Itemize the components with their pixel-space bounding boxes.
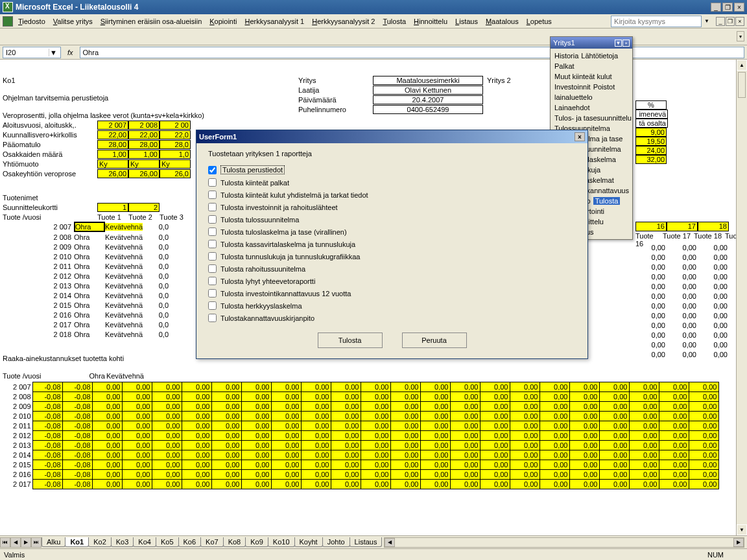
sheet-tab-ko10[interactable]: Ko10 xyxy=(268,537,295,547)
panel-link-palkat[interactable]: Palkat xyxy=(554,62,575,70)
cost-3-21: 0,00 xyxy=(659,412,689,421)
prod-year-9: 2 016 xyxy=(3,311,74,319)
minimize-button[interactable]: _ xyxy=(711,3,721,12)
workbook-icon[interactable] xyxy=(3,16,13,27)
panel-link-lähtötietoja[interactable]: Lähtötietoja xyxy=(581,52,618,60)
cost-10-17: 0,00 xyxy=(540,480,569,489)
formula-bar[interactable]: Ohra xyxy=(80,47,744,58)
cost-8-19: 0,00 xyxy=(599,460,629,470)
chk-8[interactable] xyxy=(208,264,217,273)
toolbar-overflow-icon[interactable]: ▾ xyxy=(737,31,744,41)
tab-nav-last[interactable]: ⏭ xyxy=(31,537,42,548)
menu-valitse-yritys[interactable]: Valitse yritys xyxy=(49,16,97,27)
hscroll-right-button[interactable]: ▶ xyxy=(733,538,744,547)
sheet-tab-listaus[interactable]: Listaus xyxy=(350,537,383,547)
prod-year-6: 2 013 xyxy=(3,282,74,290)
menu-tulosta[interactable]: Tulosta xyxy=(379,16,410,27)
panel-item-1[interactable]: Palkat xyxy=(553,61,630,71)
menu-tiedosto[interactable]: Tiedosto xyxy=(14,16,49,27)
sheet-tab-ko8[interactable]: Ko8 xyxy=(223,537,246,547)
chk-0[interactable] xyxy=(208,166,217,174)
panel-item-0[interactable]: HistoriaLähtötietoja xyxy=(553,51,630,61)
horizontal-scrollbar[interactable]: ◀ ▶ xyxy=(384,537,744,548)
chk-9[interactable] xyxy=(208,277,217,285)
chk-6[interactable] xyxy=(208,240,217,248)
mdi-minimize-button[interactable]: _ xyxy=(716,17,725,26)
panel-link-investoinnit[interactable]: Investoinnit xyxy=(554,83,591,91)
chk-3[interactable] xyxy=(208,203,217,211)
sheet-tab-ko7[interactable]: Ko7 xyxy=(200,537,224,547)
scroll-thumb[interactable] xyxy=(738,72,746,98)
peruuta-button[interactable]: Peruuta xyxy=(402,332,467,348)
menu-lopetus[interactable]: Lopetus xyxy=(523,16,556,27)
panel-item-4[interactable]: lainaluetteloLainaehdot xyxy=(553,92,630,113)
menu-listaus[interactable]: Listaus xyxy=(451,16,482,27)
cost-2-18: 0,00 xyxy=(569,402,599,412)
panel-item-3[interactable]: InvestoinnitPoistot xyxy=(553,82,630,92)
panel-link-tulosta[interactable]: Tulosta xyxy=(593,197,621,205)
sheet-tab-ko4[interactable]: Ko4 xyxy=(133,537,156,547)
scroll-down-button[interactable]: ▼ xyxy=(737,524,747,535)
vertical-scrollbar[interactable]: ▲ ▼ xyxy=(736,60,747,535)
sheet-tab-ko5[interactable]: Ko5 xyxy=(156,537,179,547)
menu-herkkysanalyysit-1[interactable]: Herkkysanalyysit 1 xyxy=(241,16,308,27)
cost-9-5: 0,00 xyxy=(182,470,211,480)
cost-5-18: 0,00 xyxy=(569,431,599,441)
tab-nav-first[interactable]: ⏮ xyxy=(0,537,10,548)
panel-titlebar[interactable]: Yritys1 ▼ × xyxy=(551,37,632,49)
panel-link-tulos--ja-tasesuunnittelu[interactable]: Tulos- ja tasesuunnittelu xyxy=(554,114,632,122)
cost-3-4: 0,00 xyxy=(152,412,182,421)
fx-icon[interactable]: fx xyxy=(67,49,73,56)
sheet-tab-koyht[interactable]: Koyht xyxy=(294,537,323,547)
restore-button[interactable]: ❐ xyxy=(722,3,733,12)
cost-7-16: 0,00 xyxy=(510,450,540,460)
scroll-up-button[interactable]: ▲ xyxy=(737,60,747,71)
sheet-tab-alku[interactable]: Alku xyxy=(42,537,65,547)
name-box-dropdown-icon[interactable]: ▼ xyxy=(49,49,58,56)
chk-2[interactable] xyxy=(208,191,217,199)
tab-nav-prev[interactable]: ◀ xyxy=(10,537,21,548)
cost-8-12: 0,00 xyxy=(390,460,420,470)
panel-link-muut-kiinteät-kulut[interactable]: Muut kiinteät kulut xyxy=(554,73,612,80)
chk-10[interactable] xyxy=(208,289,217,298)
panel-close-icon[interactable]: × xyxy=(622,40,630,47)
chk-12[interactable] xyxy=(208,314,217,322)
sheet-tab-ko6[interactable]: Ko6 xyxy=(178,537,202,547)
panel-link-historia[interactable]: Historia xyxy=(554,52,578,60)
mdi-close-button[interactable]: × xyxy=(735,17,744,26)
menu-maatalous[interactable]: Maatalous xyxy=(482,16,523,27)
mdi-restore-button[interactable]: ❐ xyxy=(726,17,735,26)
chk-5[interactable] xyxy=(208,228,217,236)
sheet-tab-ko3[interactable]: Ko3 xyxy=(111,537,134,547)
chk-4[interactable] xyxy=(208,215,217,224)
panel-link-lainaehdot[interactable]: Lainaehdot xyxy=(554,104,589,111)
panel-link-poistot[interactable]: Poistot xyxy=(593,83,615,91)
cost-6-19: 0,00 xyxy=(599,441,629,450)
dialog-close-button[interactable]: × xyxy=(575,132,585,141)
sheet-tab-ko9[interactable]: Ko9 xyxy=(245,537,268,547)
hscroll-left-button[interactable]: ◀ xyxy=(385,538,395,547)
panel-item-2[interactable]: Muut kiinteät kulut xyxy=(553,71,630,82)
menu-kopiointi[interactable]: Kopiointi xyxy=(206,16,241,27)
panel-link-lainaluettelo[interactable]: lainaluettelo xyxy=(554,93,593,101)
menu-siirtyminen-eräisiin-osa-alueisiin[interactable]: Siirtyminen eräisiin osa-alueisiin xyxy=(97,16,206,27)
panel-dropdown-icon[interactable]: ▼ xyxy=(615,40,622,47)
val-osakk-1: 1,00 xyxy=(128,150,160,159)
chk-1[interactable] xyxy=(208,178,217,187)
panel-item-5[interactable]: Tulos- ja tasesuunnittelu xyxy=(553,113,630,123)
dialog-titlebar[interactable]: UserForm1 × xyxy=(196,130,587,143)
ask-dropdown-icon[interactable]: ▼ xyxy=(704,18,709,24)
chk-7[interactable] xyxy=(208,252,217,261)
menu-hinnoittelu[interactable]: Hinnoittelu xyxy=(410,16,451,27)
chk-11[interactable] xyxy=(208,301,217,310)
tulosta-button[interactable]: Tulosta xyxy=(318,332,383,348)
sheet-tab-ko1[interactable]: Ko1 xyxy=(65,537,89,547)
close-button[interactable]: × xyxy=(734,3,744,12)
sheet-tab-ko2[interactable]: Ko2 xyxy=(88,537,112,547)
name-box[interactable]: I20 ▼ xyxy=(3,47,61,58)
tab-nav-next[interactable]: ▶ xyxy=(21,537,31,548)
cost-10-18: 0,00 xyxy=(569,480,599,489)
menu-herkkyysanalyysit-2[interactable]: Herkkyysanalyysit 2 xyxy=(308,16,379,27)
sheet-tab-johto[interactable]: Johto xyxy=(322,537,350,547)
ask-question-input[interactable] xyxy=(611,16,702,27)
